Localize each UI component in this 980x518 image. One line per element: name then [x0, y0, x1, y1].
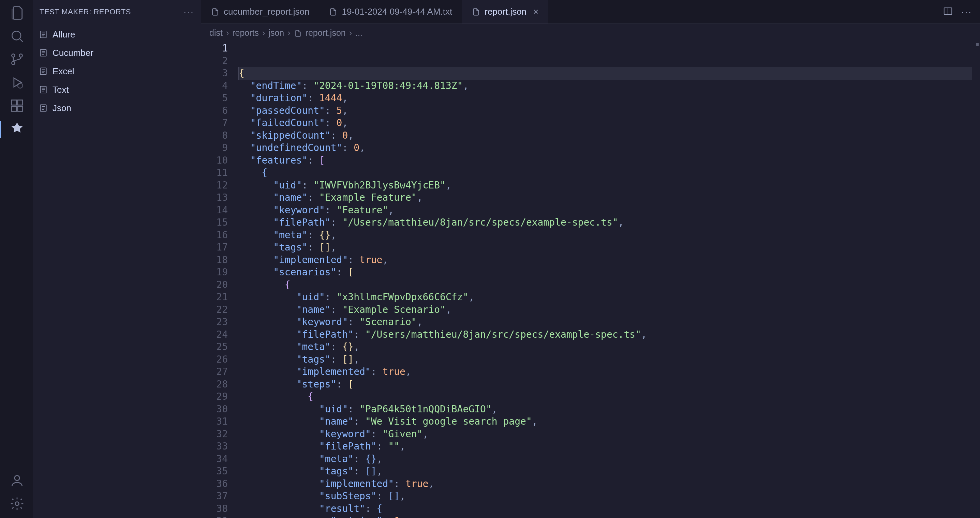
- code-line[interactable]: "uid": "x3hllmcFWpvDpx66C6Cfz",: [239, 291, 980, 303]
- line-number[interactable]: 33: [201, 440, 228, 453]
- line-number[interactable]: 29: [201, 391, 228, 403]
- code-line[interactable]: "filePath": "",: [239, 440, 980, 453]
- code-line[interactable]: "steps": [: [239, 378, 980, 391]
- code-line[interactable]: "tags": [],: [239, 241, 980, 254]
- activity-explorer[interactable]: [0, 5, 33, 22]
- code-line[interactable]: "name": "We Visit google search page",: [239, 415, 980, 428]
- code-line[interactable]: "keyword": "Given",: [239, 428, 980, 441]
- line-number[interactable]: 26: [201, 353, 228, 366]
- line-number[interactable]: 15: [201, 216, 228, 229]
- breadcrumb-part[interactable]: report.json: [305, 28, 346, 38]
- line-number[interactable]: 18: [201, 254, 228, 267]
- tab-19-01-2024-09-49-44-am-txt[interactable]: 19-01-2024 09-49-44 AM.txt: [319, 0, 462, 24]
- editor[interactable]: 1234567891011121314151617181920212223242…: [201, 41, 980, 518]
- code-line[interactable]: "filePath": "/Users/matthieu/8jan/src/sp…: [239, 329, 980, 341]
- close-icon[interactable]: ×: [531, 6, 538, 17]
- overview-ruler[interactable]: [972, 41, 980, 518]
- code-line[interactable]: "scenarios": [: [239, 266, 980, 279]
- code-line[interactable]: "features": [: [239, 154, 980, 167]
- line-number[interactable]: 9: [201, 142, 228, 154]
- line-number[interactable]: 19: [201, 266, 228, 279]
- code-line[interactable]: "uid": "IWVFVbh2BJlysBw4YjcEB",: [239, 179, 980, 192]
- activity-debug[interactable]: [0, 75, 33, 91]
- line-number[interactable]: 21: [201, 291, 228, 303]
- line-number[interactable]: 24: [201, 329, 228, 341]
- sidebar-item-allure[interactable]: Allure: [33, 25, 201, 44]
- line-number[interactable]: 17: [201, 241, 228, 254]
- sidebar-item-json[interactable]: Json: [33, 99, 201, 117]
- sidebar-item-cucumber[interactable]: Cucumber: [33, 44, 201, 62]
- line-number[interactable]: 13: [201, 192, 228, 204]
- code-line[interactable]: "tags": [],: [239, 465, 980, 478]
- breadcrumbs[interactable]: dist›reports›json›report.json›...: [201, 24, 980, 41]
- tab-cucumber-report-json[interactable]: cucumber_report.json: [201, 0, 319, 24]
- line-number[interactable]: 5: [201, 92, 228, 105]
- line-number[interactable]: 11: [201, 167, 228, 179]
- line-number[interactable]: 6: [201, 105, 228, 117]
- line-number[interactable]: 16: [201, 229, 228, 242]
- code-line[interactable]: "name": "Example Feature",: [239, 192, 980, 204]
- sidebar-item-text[interactable]: Text: [33, 80, 201, 99]
- line-number[interactable]: 10: [201, 154, 228, 167]
- sidebar-item-excel[interactable]: Excel: [33, 62, 201, 80]
- code-line[interactable]: "endTime": "2024-01-19T08:49:44.813Z",: [239, 80, 980, 92]
- line-number[interactable]: 30: [201, 403, 228, 416]
- code-line[interactable]: "name": "Example Scenario",: [239, 303, 980, 316]
- line-number[interactable]: 34: [201, 453, 228, 466]
- line-number[interactable]: 20: [201, 279, 228, 291]
- sidebar-more-button[interactable]: ···: [183, 6, 194, 18]
- line-number[interactable]: 7: [201, 117, 228, 129]
- code-line[interactable]: "tags": [],: [239, 353, 980, 366]
- line-number[interactable]: 38: [201, 503, 228, 515]
- line-number[interactable]: 2: [201, 55, 228, 67]
- code-line[interactable]: "keyword": "Scenario",: [239, 316, 980, 329]
- activity-settings[interactable]: [0, 496, 33, 513]
- code-line[interactable]: "meta": {},: [239, 341, 980, 353]
- line-number[interactable]: 28: [201, 378, 228, 391]
- code-line[interactable]: "filePath": "/Users/matthieu/8jan/src/sp…: [239, 216, 980, 229]
- line-number[interactable]: 32: [201, 428, 228, 441]
- code-line[interactable]: "passedCount": 5,: [239, 105, 980, 117]
- breadcrumb-part[interactable]: ...: [355, 28, 363, 38]
- code-line[interactable]: "meta": {},: [239, 453, 980, 466]
- line-number[interactable]: 39: [201, 515, 228, 518]
- line-number[interactable]: 22: [201, 303, 228, 316]
- line-number[interactable]: 3: [201, 67, 228, 80]
- tab-report-json[interactable]: report.json×: [462, 0, 548, 24]
- line-number[interactable]: 36: [201, 478, 228, 490]
- code-line[interactable]: "meta": {},: [239, 229, 980, 242]
- activity-extensions[interactable]: [0, 98, 33, 114]
- code-line[interactable]: "subSteps": [],: [239, 490, 980, 503]
- activity-test-maker[interactable]: [0, 121, 33, 138]
- tab-more-button[interactable]: ···: [961, 6, 972, 18]
- line-number[interactable]: 25: [201, 341, 228, 353]
- breadcrumb-part[interactable]: dist: [209, 28, 223, 38]
- code-line[interactable]: {: [239, 279, 980, 291]
- code-line[interactable]: "implemented": true,: [239, 365, 980, 378]
- code-line[interactable]: {: [239, 167, 980, 179]
- line-number[interactable]: 8: [201, 129, 228, 142]
- breadcrumb-part[interactable]: json: [268, 28, 284, 38]
- line-number[interactable]: 12: [201, 179, 228, 192]
- code-line[interactable]: "failedCount": 0,: [239, 117, 980, 129]
- code-line[interactable]: {: [239, 391, 980, 403]
- code-line[interactable]: "implemented": true,: [239, 478, 980, 490]
- code-line[interactable]: "result": {: [239, 503, 980, 515]
- line-number[interactable]: 27: [201, 365, 228, 378]
- code-line[interactable]: "uid": "PaP64k50t1nQQDiBAeGIO",: [239, 403, 980, 416]
- breadcrumb-part[interactable]: reports: [232, 28, 259, 38]
- activity-account[interactable]: [0, 473, 33, 489]
- line-number[interactable]: 31: [201, 415, 228, 428]
- line-number[interactable]: 35: [201, 465, 228, 478]
- activity-source-control[interactable]: [0, 52, 33, 68]
- code-line[interactable]: "undefinedCount": 0,: [239, 142, 980, 154]
- code-line[interactable]: {: [239, 67, 980, 80]
- line-number[interactable]: 1: [201, 42, 228, 55]
- split-editor-button[interactable]: [943, 6, 953, 18]
- code-line[interactable]: "duration": 1444,: [239, 92, 980, 105]
- code-line[interactable]: "implemented": true,: [239, 254, 980, 267]
- line-number[interactable]: 14: [201, 204, 228, 217]
- line-number[interactable]: 37: [201, 490, 228, 503]
- line-number[interactable]: 23: [201, 316, 228, 329]
- code-line[interactable]: "skippedCount": 0,: [239, 129, 980, 142]
